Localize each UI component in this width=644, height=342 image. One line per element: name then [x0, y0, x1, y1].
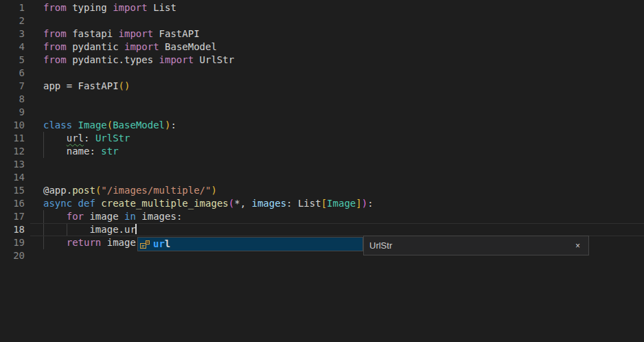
- code-token: [: [321, 198, 327, 209]
- code-line-17[interactable]: 17 for image in images:: [0, 210, 644, 223]
- code-token: [72, 119, 78, 130]
- line-number[interactable]: 13: [0, 158, 25, 171]
- code-token: class: [43, 119, 72, 130]
- code-line-6[interactable]: 6: [0, 67, 644, 80]
- code-token: def: [78, 198, 95, 209]
- code-token: Image: [78, 119, 107, 130]
- code-token: image.ur: [43, 224, 136, 235]
- code-text: @app.post("/images/multiple/"): [43, 184, 217, 197]
- code-line-9[interactable]: 9: [0, 106, 644, 119]
- line-number[interactable]: 6: [0, 67, 25, 80]
- code-token: from: [43, 2, 67, 13]
- line-number[interactable]: 2: [0, 14, 25, 27]
- code-line-13[interactable]: 13: [0, 158, 644, 171]
- code-token: (: [107, 119, 113, 130]
- code-token: "/images/multiple/": [101, 185, 211, 196]
- code-text: for image in images:: [43, 210, 182, 223]
- line-number[interactable]: 5: [0, 54, 25, 67]
- code-token: images: [252, 198, 287, 209]
- suggestion-item-url[interactable]: url: [138, 238, 363, 251]
- line-number[interactable]: 11: [0, 132, 25, 145]
- autocomplete-popup: url: [137, 237, 363, 251]
- line-number[interactable]: 1: [0, 1, 25, 14]
- code-line-7[interactable]: 7app = FastAPI(): [0, 80, 644, 93]
- code-line-15[interactable]: 15@app.post("/images/multiple/"): [0, 184, 644, 197]
- code-token: post: [72, 185, 95, 196]
- code-line-2[interactable]: 2: [0, 14, 644, 27]
- code-line-4[interactable]: 4from pydantic import BaseModel: [0, 41, 644, 54]
- indent-guide: [43, 223, 44, 236]
- line-number[interactable]: 18: [0, 223, 25, 236]
- suggestion-detail-panel: UrlStr ×: [363, 236, 589, 255]
- line-number[interactable]: 15: [0, 184, 25, 197]
- code-text: from fastapi import FastAPI: [43, 27, 200, 41]
- code-line-12[interactable]: 12 name: str: [0, 145, 644, 158]
- code-text: name: str: [43, 145, 119, 158]
- code-token: pydantic: [67, 41, 124, 52]
- code-token: image: [84, 211, 124, 222]
- code-line-5[interactable]: 5from pydantic.types import UrlStr: [0, 54, 644, 67]
- line-number[interactable]: 14: [0, 171, 25, 184]
- line-number[interactable]: 12: [0, 145, 25, 158]
- code-token: import: [159, 54, 194, 65]
- code-line-11[interactable]: 11 url: UrlStr: [0, 132, 644, 145]
- code-line-10[interactable]: 10class Image(BaseModel):: [0, 119, 644, 132]
- code-text: from pydantic.types import UrlStr: [43, 54, 234, 67]
- code-token: create_multiple_images: [101, 198, 228, 209]
- line-number[interactable]: 3: [0, 27, 25, 41]
- line-number[interactable]: 8: [0, 93, 25, 106]
- code-text: from typing import List: [43, 1, 176, 14]
- code-token: :: [170, 119, 176, 130]
- code-token: BaseModel: [159, 41, 217, 52]
- line-number[interactable]: 4: [0, 41, 25, 54]
- code-token: url: [67, 133, 84, 144]
- code-text: return image: [43, 236, 136, 249]
- code-token: ): [362, 198, 367, 209]
- code-token: from: [43, 41, 67, 52]
- code-token: from: [43, 28, 67, 39]
- code-line-16[interactable]: 16async def create_multiple_images(*, im…: [0, 197, 644, 210]
- code-line-3[interactable]: 3from fastapi import FastAPI: [0, 27, 644, 41]
- code-token: [43, 211, 67, 222]
- code-token: pydantic.types: [67, 54, 159, 65]
- code-token: (: [229, 198, 234, 209]
- code-line-18[interactable]: 18 image.ur: [0, 223, 644, 236]
- close-icon[interactable]: ×: [575, 241, 580, 251]
- line-number[interactable]: 10: [0, 119, 25, 132]
- suggestion-label: url: [153, 238, 170, 251]
- line-number[interactable]: 9: [0, 106, 25, 119]
- code-token: import: [124, 41, 159, 52]
- code-text: class Image(BaseModel):: [43, 119, 176, 132]
- line-number[interactable]: 19: [0, 236, 25, 249]
- suggestion-detail-type: UrlStr: [369, 240, 575, 251]
- code-token: Image: [327, 198, 356, 209]
- code-token: [72, 198, 78, 209]
- code-token: typing: [67, 2, 113, 13]
- code-token: *,: [234, 198, 251, 209]
- code-text: url: UrlStr: [43, 132, 130, 145]
- code-text: image.ur: [43, 223, 137, 236]
- line-number[interactable]: 17: [0, 210, 25, 223]
- code-token: [43, 133, 67, 144]
- code-token: ]: [356, 198, 361, 209]
- code-token: UrlStr: [95, 133, 130, 144]
- code-text: async def create_multiple_images(*, imag…: [43, 197, 373, 210]
- line-number[interactable]: 7: [0, 80, 25, 93]
- code-token: [43, 237, 67, 248]
- code-line-8[interactable]: 8: [0, 93, 644, 106]
- code-line-1[interactable]: 1from typing import List: [0, 1, 644, 14]
- code-token: ): [211, 185, 216, 196]
- code-line-14[interactable]: 14: [0, 171, 644, 184]
- code-token: BaseModel: [113, 119, 165, 130]
- indent-guide: [43, 236, 44, 249]
- code-token: :: [367, 198, 373, 209]
- indent-guide: [43, 145, 44, 158]
- line-number[interactable]: 20: [0, 249, 25, 262]
- code-token: : List: [286, 198, 321, 209]
- code-token: str: [101, 146, 118, 157]
- code-token: from: [43, 54, 67, 65]
- suggestion-rest-text: l: [165, 238, 170, 249]
- line-number[interactable]: 16: [0, 197, 25, 210]
- code-lines-container: 1from typing import List23from fastapi i…: [0, 1, 644, 262]
- code-editor[interactable]: 1from typing import List23from fastapi i…: [0, 0, 644, 342]
